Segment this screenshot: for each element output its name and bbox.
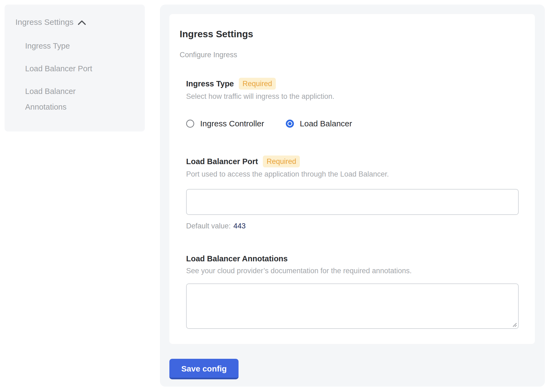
main-panel: Ingress Settings Configure Ingress Ingre…: [160, 5, 545, 387]
radio-button-load-balancer[interactable]: [286, 120, 294, 128]
section-ingress-type: Ingress Type Required Select how traffic…: [186, 78, 519, 130]
page-title: Ingress Settings: [180, 28, 519, 40]
section-load-balancer-annotations: Load Balancer Annotations See your cloud…: [186, 253, 519, 329]
ingress-settings-card: Ingress Settings Configure Ingress Ingre…: [169, 14, 535, 344]
load-balancer-annotations-label: Load Balancer Annotations: [186, 253, 288, 264]
ingress-type-label: Ingress Type: [186, 78, 234, 89]
required-badge: Required: [263, 156, 300, 167]
load-balancer-port-label: Load Balancer Port: [186, 156, 258, 167]
radio-option-load-balancer[interactable]: Load Balancer: [286, 119, 352, 128]
sidebar-item-ingress-type[interactable]: Ingress Type: [25, 38, 114, 54]
radio-option-ingress-controller[interactable]: Ingress Controller: [186, 119, 264, 128]
default-value-label: Default value:: [186, 222, 231, 230]
required-badge: Required: [239, 78, 276, 90]
section-load-balancer-port: Load Balancer Port Required Port used to…: [186, 156, 519, 231]
sidebar-items: Ingress Type Load Balancer Port Load Bal…: [25, 38, 131, 115]
radio-button-ingress-controller[interactable]: [186, 120, 194, 128]
settings-nav-sidebar: Ingress Settings Ingress Type Load Balan…: [5, 5, 145, 131]
load-balancer-port-input[interactable]: [186, 189, 519, 215]
app-root: { "colors": { "accent": "#2e6ae6", "butt…: [0, 0, 550, 392]
ingress-type-radio-group: Ingress Controller Load Balancer: [186, 118, 519, 130]
chevron-up-icon[interactable]: [78, 20, 86, 25]
load-balancer-port-description: Port used to access the application thro…: [186, 169, 519, 179]
sidebar-item-load-balancer-annotations[interactable]: Load Balancer Annotations: [25, 83, 114, 115]
sidebar-item-load-balancer-port[interactable]: Load Balancer Port: [25, 61, 114, 76]
save-config-button[interactable]: Save config: [169, 359, 239, 379]
default-value: 443: [233, 222, 246, 230]
load-balancer-annotations-description: See your cloud provider’s documentation …: [186, 266, 519, 276]
default-value-line: Default value:443: [186, 221, 519, 231]
sidebar-group-ingress-settings[interactable]: Ingress Settings: [15, 18, 131, 27]
resize-handle-icon[interactable]: [512, 322, 517, 327]
ingress-type-description: Select how traffic will ingress to the a…: [186, 91, 519, 102]
sidebar-group-label: Ingress Settings: [15, 18, 73, 27]
load-balancer-annotations-textarea[interactable]: [186, 283, 519, 329]
page-subtitle: Configure Ingress: [180, 50, 519, 60]
radio-label-ingress-controller: Ingress Controller: [200, 119, 264, 128]
radio-label-load-balancer: Load Balancer: [300, 119, 352, 128]
